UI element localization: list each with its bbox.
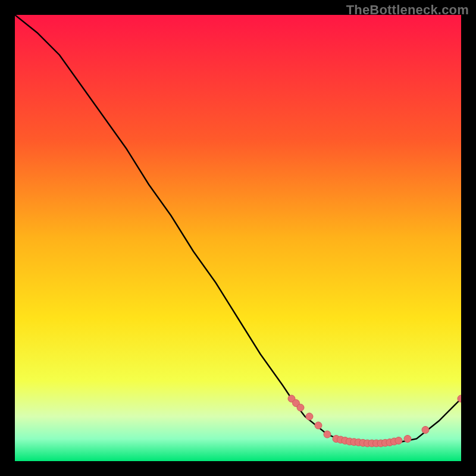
gradient-background (15, 15, 461, 461)
chart-container: TheBottleneck.com (0, 0, 476, 476)
data-point-marker (315, 422, 322, 429)
data-point-marker (404, 436, 411, 443)
data-point-marker (422, 427, 429, 434)
data-point-marker (324, 431, 331, 438)
plot-area (15, 15, 461, 461)
data-point-marker (306, 413, 313, 420)
data-point-marker (297, 404, 304, 411)
bottleneck-chart (15, 15, 461, 461)
data-point-marker (395, 437, 402, 444)
